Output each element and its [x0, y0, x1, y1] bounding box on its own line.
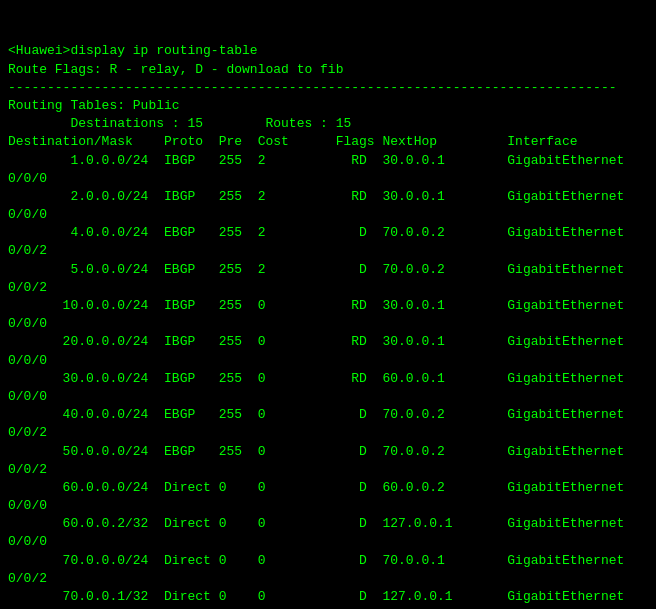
terminal-line: 60.0.0.2/32 Direct 0 0 D 127.0.0.1 Gigab…: [8, 515, 648, 533]
terminal-line: Routing Tables: Public: [8, 97, 648, 115]
terminal-line: Destination/Mask Proto Pre Cost Flags Ne…: [8, 133, 648, 151]
terminal-line: 70.0.0.0/24 Direct 0 0 D 70.0.0.1 Gigabi…: [8, 552, 648, 570]
terminal-line: <Huawei>display ip routing-table: [8, 42, 648, 60]
terminal-line: 70.0.0.1/32 Direct 0 0 D 127.0.0.1 Gigab…: [8, 588, 648, 606]
terminal-line: 5.0.0.0/24 EBGP 255 2 D 70.0.0.2 Gigabit…: [8, 261, 648, 279]
terminal-output: <Huawei>display ip routing-tableRoute Fl…: [8, 42, 648, 609]
terminal-line: Route Flags: R - relay, D - download to …: [8, 61, 648, 79]
terminal-line: 0/0/0: [8, 497, 648, 515]
terminal-line: 0/0/2: [8, 424, 648, 442]
terminal-line: Destinations : 15 Routes : 15: [8, 115, 648, 133]
terminal-line: 20.0.0.0/24 IBGP 255 0 RD 30.0.0.1 Gigab…: [8, 333, 648, 351]
terminal-line: 0/0/2: [8, 279, 648, 297]
terminal-line: 0/0/0: [8, 388, 648, 406]
terminal-line: 30.0.0.0/24 IBGP 255 0 RD 60.0.0.1 Gigab…: [8, 370, 648, 388]
terminal-line: 4.0.0.0/24 EBGP 255 2 D 70.0.0.2 Gigabit…: [8, 224, 648, 242]
terminal-line: 1.0.0.0/24 IBGP 255 2 RD 30.0.0.1 Gigabi…: [8, 152, 648, 170]
terminal-line: 0/0/0: [8, 315, 648, 333]
terminal-line: 0/0/2: [8, 570, 648, 588]
terminal-line: 10.0.0.0/24 IBGP 255 0 RD 30.0.0.1 Gigab…: [8, 297, 648, 315]
terminal-line: 0/0/0: [8, 533, 648, 551]
terminal-line: 50.0.0.0/24 EBGP 255 0 D 70.0.0.2 Gigabi…: [8, 443, 648, 461]
terminal-line: 0/0/0: [8, 170, 648, 188]
terminal-line: 2.0.0.0/24 IBGP 255 2 RD 30.0.0.1 Gigabi…: [8, 188, 648, 206]
terminal-line: 60.0.0.0/24 Direct 0 0 D 60.0.0.2 Gigabi…: [8, 479, 648, 497]
terminal-line: ----------------------------------------…: [8, 79, 648, 97]
terminal-line: 0/0/0: [8, 206, 648, 224]
terminal-line: 40.0.0.0/24 EBGP 255 0 D 70.0.0.2 Gigabi…: [8, 406, 648, 424]
terminal-line: 0/0/2: [8, 461, 648, 479]
terminal-window: <Huawei>display ip routing-tableRoute Fl…: [8, 6, 648, 609]
terminal-line: 0/0/2: [8, 242, 648, 260]
terminal-line: 0/0/0: [8, 352, 648, 370]
